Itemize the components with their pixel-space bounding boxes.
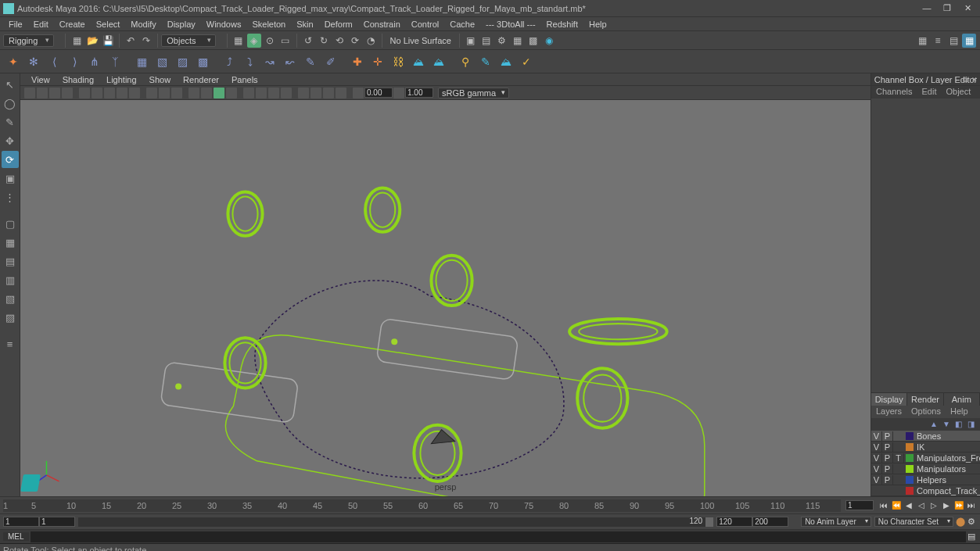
- cb-menu-edit[interactable]: Edit: [917, 86, 941, 98]
- vp-tool-15[interactable]: [214, 88, 224, 98]
- vp-gamma-field[interactable]: [405, 88, 433, 98]
- vp-tool-24[interactable]: [336, 88, 346, 98]
- vp-tool-23[interactable]: [323, 88, 334, 98]
- character-set-dropdown[interactable]: No Character Set: [874, 517, 953, 527]
- shelf-item-4[interactable]: ⟩: [66, 53, 83, 70]
- render-frame-icon[interactable]: ▣: [464, 34, 478, 48]
- vp-tool-18[interactable]: [256, 88, 267, 98]
- play-fwd-icon[interactable]: ▷: [928, 500, 939, 511]
- menu-create[interactable]: Create: [54, 20, 91, 29]
- menu-select[interactable]: Select: [91, 20, 126, 29]
- range-slider-track[interactable]: 120: [78, 517, 713, 527]
- shelf-item-21[interactable]: ⛰: [430, 53, 447, 70]
- step-back-key-icon[interactable]: ⏪: [891, 500, 902, 511]
- vp-tool-7[interactable]: [104, 88, 115, 98]
- script-editor-icon[interactable]: ▤: [966, 531, 977, 542]
- layout-a-icon[interactable]: ▤: [2, 252, 19, 270]
- menu-skin[interactable]: Skin: [291, 20, 318, 29]
- vp-tool-2[interactable]: [37, 88, 48, 98]
- cb-menu-show[interactable]: Show: [975, 86, 980, 98]
- shelf-item-6[interactable]: ᛉ: [106, 53, 124, 70]
- vp-tool-10[interactable]: [146, 88, 157, 98]
- paint-select-tool-icon[interactable]: ✎: [2, 113, 19, 131]
- anim-layer-dropdown[interactable]: No Anim Layer: [801, 517, 871, 527]
- vp-tool-3[interactable]: [49, 88, 60, 98]
- vp-menu-panels[interactable]: Panels: [225, 75, 264, 84]
- cb-menu-object[interactable]: Object: [941, 86, 975, 98]
- vp-menu-lighting[interactable]: Lighting: [100, 75, 143, 84]
- hypershade-icon[interactable]: ◉: [542, 34, 556, 48]
- move-tool-icon[interactable]: ✥: [2, 132, 19, 149]
- shelf-item-11[interactable]: ⤴: [221, 53, 238, 70]
- panel-b-icon[interactable]: ≡: [931, 34, 945, 48]
- layer-move-up-icon[interactable]: ▲: [930, 420, 939, 429]
- select-tool-icon[interactable]: ↖: [2, 76, 19, 93]
- time-ruler[interactable]: 1510152025303540455055606570758085909510…: [3, 499, 841, 512]
- outliner-icon[interactable]: ≡: [2, 335, 19, 352]
- shelf-item-20[interactable]: ⛰: [410, 53, 427, 70]
- snap-plane-icon[interactable]: ▭: [278, 34, 293, 48]
- menu-edit[interactable]: Edit: [28, 20, 54, 29]
- shelf-item-1[interactable]: ✦: [5, 53, 22, 70]
- open-scene-icon[interactable]: 📂: [85, 34, 99, 48]
- shelf-item-18[interactable]: ✛: [369, 53, 386, 70]
- vp-tool-12[interactable]: [171, 88, 182, 98]
- vp-tool-19[interactable]: [268, 88, 279, 98]
- shelf-item-23[interactable]: ✎: [477, 53, 494, 70]
- sym-y-icon[interactable]: ↻: [317, 34, 331, 48]
- vp-menu-shading[interactable]: Shading: [56, 75, 100, 84]
- play-back-icon[interactable]: ◁: [916, 500, 927, 511]
- vp-gamma-mode-dropdown[interactable]: sRGB gamma: [438, 88, 509, 98]
- vp-tool-13[interactable]: [188, 88, 199, 98]
- layer-menu-help[interactable]: Help: [946, 406, 973, 418]
- layer-move-down-icon[interactable]: ▼: [942, 420, 952, 429]
- shelf-item-22[interactable]: ⚲: [457, 53, 474, 70]
- tab-display[interactable]: Display: [871, 393, 907, 406]
- vp-tool-8[interactable]: [117, 88, 127, 98]
- shelf-item-8[interactable]: ▧: [153, 53, 171, 70]
- vp-tool-5[interactable]: [79, 88, 90, 98]
- menu-skeleton[interactable]: Skeleton: [246, 20, 291, 29]
- vp-menu-view[interactable]: View: [25, 75, 56, 84]
- vp-tool-17[interactable]: [243, 88, 254, 98]
- step-fwd-key-icon[interactable]: ⏩: [953, 500, 964, 511]
- live-surface-label[interactable]: No Live Surface: [390, 36, 451, 45]
- vp-exposure-field[interactable]: [364, 88, 393, 98]
- history-icon[interactable]: ◔: [364, 34, 378, 48]
- render-b-icon[interactable]: ▩: [526, 34, 540, 48]
- vp-tool-9[interactable]: [129, 88, 140, 98]
- range-start-field[interactable]: [3, 517, 39, 527]
- tearoff-icon[interactable]: ⧉: [961, 76, 969, 84]
- time-slider[interactable]: 1510152025303540455055606570758085909510…: [0, 496, 980, 513]
- shelf-item-14[interactable]: ↜: [282, 53, 299, 70]
- prefs-icon[interactable]: ⚙: [966, 517, 977, 527]
- menu-deform[interactable]: Deform: [319, 20, 358, 29]
- layer-row[interactable]: VPIK: [871, 442, 980, 453]
- layout-four-icon[interactable]: ▦: [2, 234, 19, 251]
- vp-tool-6[interactable]: [92, 88, 102, 98]
- sym-z-icon[interactable]: ⟲: [332, 34, 346, 48]
- shelf-item-16[interactable]: ✐: [322, 53, 339, 70]
- close-button[interactable]: ✕: [963, 3, 972, 13]
- vp-tool-14[interactable]: [201, 88, 212, 98]
- shelf-item-7[interactable]: ▦: [133, 53, 150, 70]
- shelf-item-2[interactable]: ✻: [25, 53, 42, 70]
- command-mode-label[interactable]: MEL: [3, 532, 29, 541]
- minimize-button[interactable]: —: [922, 3, 932, 13]
- snap-grid-icon[interactable]: ▦: [232, 34, 246, 48]
- shelf-item-3[interactable]: ⟨: [45, 53, 63, 70]
- layout-d-icon[interactable]: ▨: [2, 309, 19, 326]
- layer-new-icon[interactable]: ◨: [967, 420, 977, 429]
- range-end-max-field[interactable]: [752, 517, 788, 527]
- autokey-icon[interactable]: ⬤: [955, 517, 966, 527]
- menu-windows[interactable]: Windows: [201, 20, 247, 29]
- layer-row[interactable]: Compact_Track_Load: [871, 485, 980, 496]
- vp-tool-21[interactable]: [298, 88, 309, 98]
- go-start-icon[interactable]: ⏮: [878, 500, 889, 511]
- shelf-item-9[interactable]: ▨: [174, 53, 191, 70]
- range-end-min-field[interactable]: [716, 517, 752, 527]
- module-selector[interactable]: Rigging: [3, 34, 54, 47]
- menu-display[interactable]: Display: [162, 20, 201, 29]
- last-tool-icon[interactable]: ⋮: [2, 188, 19, 206]
- range-vis-start-field[interactable]: [39, 517, 75, 527]
